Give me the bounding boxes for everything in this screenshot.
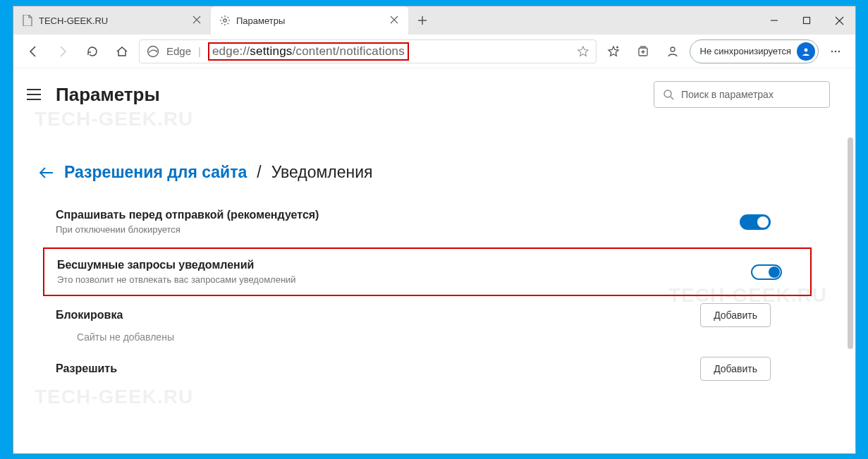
sync-status-label: Не синхронизируется xyxy=(700,46,791,56)
setting-ask-before-sending: Спрашивать перед отправкой (рекомендуетс… xyxy=(56,199,799,245)
setting-title: Разрешить xyxy=(56,362,799,375)
search-placeholder: Поиск в параметрах xyxy=(681,89,774,100)
svg-rect-1 xyxy=(804,18,810,24)
forward-button xyxy=(50,39,75,64)
back-button[interactable] xyxy=(20,39,46,64)
content-area: TECH-GEEK.RU TECH-GEEK.RU TECH-GEEK.RU П… xyxy=(13,68,855,453)
setting-title: Бесшумные запросы уведомлений xyxy=(57,259,797,271)
breadcrumb-back-icon[interactable] xyxy=(39,165,54,180)
close-window-button[interactable] xyxy=(823,6,855,35)
setting-allow-section: Разрешить Добавить xyxy=(56,353,799,385)
toggle-ask[interactable] xyxy=(740,214,771,230)
svg-point-5 xyxy=(805,48,808,51)
svg-point-4 xyxy=(671,47,675,51)
breadcrumb-link[interactable]: Разрешения для сайта xyxy=(64,163,247,182)
address-bar[interactable]: Edge | edge://settings/content/notificat… xyxy=(139,39,597,63)
collections-button[interactable] xyxy=(630,39,656,64)
svg-point-0 xyxy=(224,19,226,22)
setting-quiet-requests: Бесшумные запросы уведомлений Это позвол… xyxy=(43,247,812,296)
tab-techgeek[interactable]: TECH-GEEK.RU xyxy=(13,6,211,35)
scrollbar-thumb[interactable] xyxy=(848,137,853,349)
favorite-icon[interactable] xyxy=(577,46,589,57)
settings-body: Спрашивать перед отправкой (рекомендуетс… xyxy=(13,182,855,385)
close-icon[interactable] xyxy=(192,16,202,25)
breadcrumb-current: Уведомления xyxy=(271,163,373,182)
tab-label: TECH-GEEK.RU xyxy=(39,16,187,26)
hamburger-icon[interactable] xyxy=(26,88,42,101)
refresh-button[interactable] xyxy=(80,39,105,64)
favorites-button[interactable] xyxy=(601,39,626,64)
profile-icon[interactable] xyxy=(660,39,685,64)
titlebar: TECH-GEEK.RU Параметры xyxy=(13,6,855,35)
svg-point-7 xyxy=(835,50,837,52)
separator: | xyxy=(198,45,201,57)
avatar-icon xyxy=(797,42,815,61)
search-icon xyxy=(663,89,674,100)
setting-subtitle: Это позволит не отвлекать вас запросами … xyxy=(57,274,797,285)
setting-title: Блокировка xyxy=(56,309,799,322)
toggle-quiet[interactable] xyxy=(751,264,782,280)
window-controls xyxy=(758,6,855,35)
svg-point-6 xyxy=(831,50,833,52)
new-tab-button[interactable] xyxy=(408,6,436,35)
setting-subtitle: При отключении блокируется xyxy=(56,224,799,235)
svg-point-8 xyxy=(838,50,841,52)
add-allow-button[interactable]: Добавить xyxy=(700,357,771,381)
empty-text: Сайты не добавлены xyxy=(56,331,799,343)
toolbar: Edge | edge://settings/content/notificat… xyxy=(13,35,855,68)
settings-search[interactable]: Поиск в параметрах xyxy=(654,81,830,108)
minimize-button[interactable] xyxy=(758,6,790,35)
more-button[interactable] xyxy=(823,39,848,64)
gear-icon xyxy=(219,15,231,26)
close-icon[interactable] xyxy=(390,16,400,25)
block-empty-state: Сайты не добавлены xyxy=(56,331,799,353)
url-text: edge://settings/content/notifications xyxy=(208,42,409,61)
home-button[interactable] xyxy=(109,39,135,64)
page-icon xyxy=(22,15,33,26)
setting-title: Спрашивать перед отправкой (рекомендуетс… xyxy=(56,209,799,221)
edge-logo-icon xyxy=(147,45,159,58)
setting-block-section: Блокировка Добавить xyxy=(56,299,799,331)
page-title: Параметры xyxy=(56,84,160,106)
tab-settings[interactable]: Параметры xyxy=(211,6,408,35)
svg-point-9 xyxy=(664,90,671,97)
add-block-button[interactable]: Добавить xyxy=(700,303,771,327)
sync-status-pill[interactable]: Не синхронизируется xyxy=(690,39,819,63)
browser-window: TECH-GEEK.RU Параметры xyxy=(13,6,856,454)
settings-header: Параметры Поиск в параметрах xyxy=(13,68,855,114)
maximize-button[interactable] xyxy=(790,6,823,35)
tab-label: Параметры xyxy=(236,16,384,26)
watermark: TECH-GEEK.RU xyxy=(35,386,193,408)
edge-label: Edge xyxy=(166,45,191,57)
breadcrumb: Разрешения для сайта / Уведомления xyxy=(13,114,855,182)
breadcrumb-sep: / xyxy=(257,163,261,182)
